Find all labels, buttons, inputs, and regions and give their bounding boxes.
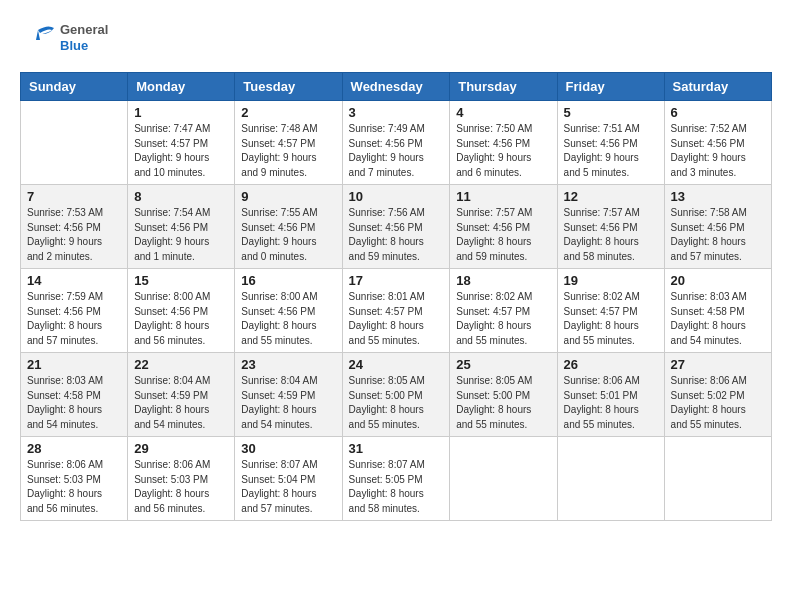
day-info: Sunrise: 8:07 AM Sunset: 5:04 PM Dayligh… <box>241 458 335 516</box>
calendar-cell: 15Sunrise: 8:00 AM Sunset: 4:56 PM Dayli… <box>128 269 235 353</box>
calendar-week-2: 7Sunrise: 7:53 AM Sunset: 4:56 PM Daylig… <box>21 185 772 269</box>
logo-blue: Blue <box>60 38 108 54</box>
day-number: 20 <box>671 273 765 288</box>
day-number: 30 <box>241 441 335 456</box>
day-number: 12 <box>564 189 658 204</box>
calendar-cell: 23Sunrise: 8:04 AM Sunset: 4:59 PM Dayli… <box>235 353 342 437</box>
day-info: Sunrise: 8:06 AM Sunset: 5:03 PM Dayligh… <box>27 458 121 516</box>
day-header-friday: Friday <box>557 73 664 101</box>
day-info: Sunrise: 7:52 AM Sunset: 4:56 PM Dayligh… <box>671 122 765 180</box>
day-info: Sunrise: 8:01 AM Sunset: 4:57 PM Dayligh… <box>349 290 444 348</box>
calendar-table: SundayMondayTuesdayWednesdayThursdayFrid… <box>20 72 772 521</box>
calendar-cell <box>664 437 771 521</box>
calendar-cell: 14Sunrise: 7:59 AM Sunset: 4:56 PM Dayli… <box>21 269 128 353</box>
calendar-cell: 26Sunrise: 8:06 AM Sunset: 5:01 PM Dayli… <box>557 353 664 437</box>
calendar-cell: 2Sunrise: 7:48 AM Sunset: 4:57 PM Daylig… <box>235 101 342 185</box>
day-info: Sunrise: 7:57 AM Sunset: 4:56 PM Dayligh… <box>564 206 658 264</box>
day-number: 8 <box>134 189 228 204</box>
calendar-cell: 24Sunrise: 8:05 AM Sunset: 5:00 PM Dayli… <box>342 353 450 437</box>
day-number: 10 <box>349 189 444 204</box>
calendar-cell: 12Sunrise: 7:57 AM Sunset: 4:56 PM Dayli… <box>557 185 664 269</box>
day-number: 16 <box>241 273 335 288</box>
calendar-cell: 18Sunrise: 8:02 AM Sunset: 4:57 PM Dayli… <box>450 269 557 353</box>
calendar-cell: 9Sunrise: 7:55 AM Sunset: 4:56 PM Daylig… <box>235 185 342 269</box>
calendar-week-5: 28Sunrise: 8:06 AM Sunset: 5:03 PM Dayli… <box>21 437 772 521</box>
day-info: Sunrise: 7:59 AM Sunset: 4:56 PM Dayligh… <box>27 290 121 348</box>
day-header-tuesday: Tuesday <box>235 73 342 101</box>
day-number: 26 <box>564 357 658 372</box>
day-header-monday: Monday <box>128 73 235 101</box>
day-info: Sunrise: 8:04 AM Sunset: 4:59 PM Dayligh… <box>134 374 228 432</box>
day-info: Sunrise: 8:04 AM Sunset: 4:59 PM Dayligh… <box>241 374 335 432</box>
day-number: 22 <box>134 357 228 372</box>
day-info: Sunrise: 8:03 AM Sunset: 4:58 PM Dayligh… <box>671 290 765 348</box>
calendar-cell: 22Sunrise: 8:04 AM Sunset: 4:59 PM Dayli… <box>128 353 235 437</box>
day-info: Sunrise: 8:00 AM Sunset: 4:56 PM Dayligh… <box>241 290 335 348</box>
calendar-cell: 8Sunrise: 7:54 AM Sunset: 4:56 PM Daylig… <box>128 185 235 269</box>
day-info: Sunrise: 8:03 AM Sunset: 4:58 PM Dayligh… <box>27 374 121 432</box>
page-header: General Blue <box>20 20 772 56</box>
day-number: 4 <box>456 105 550 120</box>
calendar-cell <box>557 437 664 521</box>
calendar-cell: 27Sunrise: 8:06 AM Sunset: 5:02 PM Dayli… <box>664 353 771 437</box>
logo-general: General <box>60 22 108 38</box>
day-info: Sunrise: 7:48 AM Sunset: 4:57 PM Dayligh… <box>241 122 335 180</box>
day-header-sunday: Sunday <box>21 73 128 101</box>
day-number: 28 <box>27 441 121 456</box>
calendar-cell: 16Sunrise: 8:00 AM Sunset: 4:56 PM Dayli… <box>235 269 342 353</box>
day-number: 2 <box>241 105 335 120</box>
calendar-cell: 28Sunrise: 8:06 AM Sunset: 5:03 PM Dayli… <box>21 437 128 521</box>
day-info: Sunrise: 8:05 AM Sunset: 5:00 PM Dayligh… <box>349 374 444 432</box>
day-number: 25 <box>456 357 550 372</box>
day-number: 6 <box>671 105 765 120</box>
calendar-header-row: SundayMondayTuesdayWednesdayThursdayFrid… <box>21 73 772 101</box>
calendar-cell: 19Sunrise: 8:02 AM Sunset: 4:57 PM Dayli… <box>557 269 664 353</box>
calendar-cell: 4Sunrise: 7:50 AM Sunset: 4:56 PM Daylig… <box>450 101 557 185</box>
day-number: 27 <box>671 357 765 372</box>
day-number: 19 <box>564 273 658 288</box>
day-info: Sunrise: 8:05 AM Sunset: 5:00 PM Dayligh… <box>456 374 550 432</box>
day-number: 11 <box>456 189 550 204</box>
calendar-week-1: 1Sunrise: 7:47 AM Sunset: 4:57 PM Daylig… <box>21 101 772 185</box>
calendar-cell: 7Sunrise: 7:53 AM Sunset: 4:56 PM Daylig… <box>21 185 128 269</box>
calendar-cell: 21Sunrise: 8:03 AM Sunset: 4:58 PM Dayli… <box>21 353 128 437</box>
calendar-week-3: 14Sunrise: 7:59 AM Sunset: 4:56 PM Dayli… <box>21 269 772 353</box>
day-header-thursday: Thursday <box>450 73 557 101</box>
day-number: 15 <box>134 273 228 288</box>
day-number: 29 <box>134 441 228 456</box>
calendar-cell: 5Sunrise: 7:51 AM Sunset: 4:56 PM Daylig… <box>557 101 664 185</box>
day-info: Sunrise: 7:56 AM Sunset: 4:56 PM Dayligh… <box>349 206 444 264</box>
day-info: Sunrise: 8:02 AM Sunset: 4:57 PM Dayligh… <box>456 290 550 348</box>
day-info: Sunrise: 8:00 AM Sunset: 4:56 PM Dayligh… <box>134 290 228 348</box>
calendar-cell: 13Sunrise: 7:58 AM Sunset: 4:56 PM Dayli… <box>664 185 771 269</box>
day-info: Sunrise: 7:51 AM Sunset: 4:56 PM Dayligh… <box>564 122 658 180</box>
logo-bird-icon <box>20 20 56 56</box>
calendar-cell <box>21 101 128 185</box>
day-number: 14 <box>27 273 121 288</box>
day-number: 13 <box>671 189 765 204</box>
day-info: Sunrise: 8:06 AM Sunset: 5:03 PM Dayligh… <box>134 458 228 516</box>
day-info: Sunrise: 7:54 AM Sunset: 4:56 PM Dayligh… <box>134 206 228 264</box>
calendar-cell: 31Sunrise: 8:07 AM Sunset: 5:05 PM Dayli… <box>342 437 450 521</box>
calendar-cell: 17Sunrise: 8:01 AM Sunset: 4:57 PM Dayli… <box>342 269 450 353</box>
calendar-cell: 25Sunrise: 8:05 AM Sunset: 5:00 PM Dayli… <box>450 353 557 437</box>
calendar-cell: 1Sunrise: 7:47 AM Sunset: 4:57 PM Daylig… <box>128 101 235 185</box>
day-number: 7 <box>27 189 121 204</box>
calendar-week-4: 21Sunrise: 8:03 AM Sunset: 4:58 PM Dayli… <box>21 353 772 437</box>
day-info: Sunrise: 7:50 AM Sunset: 4:56 PM Dayligh… <box>456 122 550 180</box>
day-number: 18 <box>456 273 550 288</box>
day-info: Sunrise: 7:47 AM Sunset: 4:57 PM Dayligh… <box>134 122 228 180</box>
calendar-cell: 11Sunrise: 7:57 AM Sunset: 4:56 PM Dayli… <box>450 185 557 269</box>
day-number: 5 <box>564 105 658 120</box>
day-header-saturday: Saturday <box>664 73 771 101</box>
day-header-wednesday: Wednesday <box>342 73 450 101</box>
day-info: Sunrise: 7:55 AM Sunset: 4:56 PM Dayligh… <box>241 206 335 264</box>
calendar-cell: 20Sunrise: 8:03 AM Sunset: 4:58 PM Dayli… <box>664 269 771 353</box>
day-info: Sunrise: 8:06 AM Sunset: 5:02 PM Dayligh… <box>671 374 765 432</box>
calendar-cell: 29Sunrise: 8:06 AM Sunset: 5:03 PM Dayli… <box>128 437 235 521</box>
day-info: Sunrise: 7:53 AM Sunset: 4:56 PM Dayligh… <box>27 206 121 264</box>
day-info: Sunrise: 7:49 AM Sunset: 4:56 PM Dayligh… <box>349 122 444 180</box>
calendar-cell: 3Sunrise: 7:49 AM Sunset: 4:56 PM Daylig… <box>342 101 450 185</box>
day-number: 23 <box>241 357 335 372</box>
day-info: Sunrise: 8:06 AM Sunset: 5:01 PM Dayligh… <box>564 374 658 432</box>
